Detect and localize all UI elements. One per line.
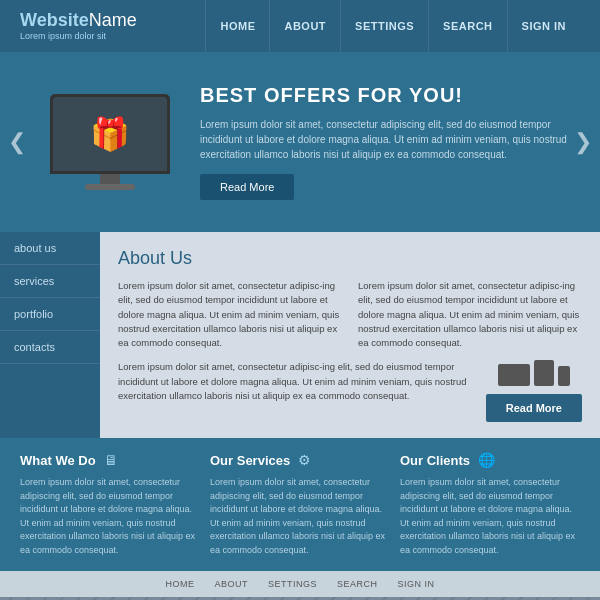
hero-description: Lorem ipsum dolor sit amet, consectetur …	[200, 117, 570, 162]
logo-tagline: Lorem ipsum dolor sit	[20, 31, 137, 41]
footer-nav-settings[interactable]: SETTINGS	[268, 579, 317, 589]
content-bottom-right: Read More	[486, 360, 582, 422]
col-our-services: Our Services ⚙ Lorem ipsum dolor sit ame…	[210, 452, 390, 557]
content-bottom: Lorem ipsum dolor sit amet, consectetur …	[118, 360, 582, 422]
monitor-stand	[85, 184, 135, 190]
devices-icon	[498, 360, 570, 386]
col-our-services-header: Our Services ⚙	[210, 452, 390, 468]
monitor-display: 🎁	[50, 94, 170, 190]
hero-title: BEST OFFERS FOR YOU!	[200, 84, 570, 107]
col-our-clients: Our Clients 🌐 Lorem ipsum dolor sit amet…	[400, 452, 580, 557]
sidebar-item-services[interactable]: services	[0, 265, 100, 298]
monitor-icon: 🖥	[104, 452, 118, 468]
device-tablet-icon	[534, 360, 554, 386]
nav-search[interactable]: SEARCH	[428, 0, 506, 52]
gear-icon: ⚙	[298, 452, 311, 468]
footer-nav-signin[interactable]: SIGN IN	[398, 579, 435, 589]
footer-nav-home[interactable]: HOME	[165, 579, 194, 589]
three-cols-section: What We Do 🖥 Lorem ipsum dolor sit amet,…	[0, 438, 600, 571]
sidebar: about us services portfolio contacts	[0, 232, 100, 438]
content-col-2: Lorem ipsum dolor sit amet, consectetur …	[358, 279, 582, 350]
main-nav: HOME ABOUT SETTINGS SEARCH SIGN IN	[205, 0, 580, 52]
logo-title: WebsiteName	[20, 11, 137, 31]
monitor-neck	[100, 174, 120, 184]
col-what-we-do-title: What We Do	[20, 453, 96, 468]
globe-icon: 🌐	[478, 452, 495, 468]
col-our-services-text: Lorem ipsum dolor sit amet, consectetur …	[210, 476, 390, 557]
col-our-clients-title: Our Clients	[400, 453, 470, 468]
hero-arrow-left[interactable]: ❮	[8, 129, 26, 155]
gift-icon: 🎁	[90, 115, 130, 153]
content-area: About Us Lorem ipsum dolor sit amet, con…	[100, 232, 600, 438]
footer-nav-about[interactable]: ABOUT	[214, 579, 248, 589]
sidebar-item-contacts[interactable]: contacts	[0, 331, 100, 364]
footer-nav-search[interactable]: SEARCH	[337, 579, 378, 589]
header: WebsiteName Lorem ipsum dolor sit HOME A…	[0, 0, 600, 52]
sidebar-item-about[interactable]: about us	[0, 232, 100, 265]
content-columns: Lorem ipsum dolor sit amet, consectetur …	[118, 279, 582, 350]
nav-home[interactable]: HOME	[205, 0, 269, 52]
content-read-more-button[interactable]: Read More	[486, 394, 582, 422]
device-monitor-icon	[498, 364, 530, 386]
monitor-screen: 🎁	[53, 97, 167, 171]
main-content: about us services portfolio contacts Abo…	[0, 232, 600, 438]
logo-name-part1: Website	[20, 10, 89, 30]
nav-settings[interactable]: SETTINGS	[340, 0, 428, 52]
monitor: 🎁	[50, 94, 170, 174]
nav-signin[interactable]: SIGN IN	[507, 0, 580, 52]
col-our-services-title: Our Services	[210, 453, 290, 468]
hero-section: ❮ 🎁 BEST OFFERS FOR YOU! Lorem ipsum dol…	[0, 52, 600, 232]
content-title: About Us	[118, 248, 582, 269]
logo: WebsiteName Lorem ipsum dolor sit	[20, 11, 137, 41]
hero-read-more-button[interactable]: Read More	[200, 174, 294, 200]
sidebar-item-portfolio[interactable]: portfolio	[0, 298, 100, 331]
col-what-we-do-header: What We Do 🖥	[20, 452, 200, 468]
col-what-we-do-text: Lorem ipsum dolor sit amet, consectetur …	[20, 476, 200, 557]
content-bottom-text: Lorem ipsum dolor sit amet, consectetur …	[118, 360, 470, 422]
col-our-clients-text: Lorem ipsum dolor sit amet, consectetur …	[400, 476, 580, 557]
content-col-1: Lorem ipsum dolor sit amet, consectetur …	[118, 279, 342, 350]
nav-about[interactable]: ABOUT	[269, 0, 340, 52]
col-what-we-do: What We Do 🖥 Lorem ipsum dolor sit amet,…	[20, 452, 200, 557]
hero-arrow-right[interactable]: ❯	[574, 129, 592, 155]
logo-name-part2: Name	[89, 10, 137, 30]
hero-text: BEST OFFERS FOR YOU! Lorem ipsum dolor s…	[200, 84, 570, 200]
device-phone-icon	[558, 366, 570, 386]
footer-nav: HOME ABOUT SETTINGS SEARCH SIGN IN	[0, 571, 600, 597]
col-our-clients-header: Our Clients 🌐	[400, 452, 580, 468]
